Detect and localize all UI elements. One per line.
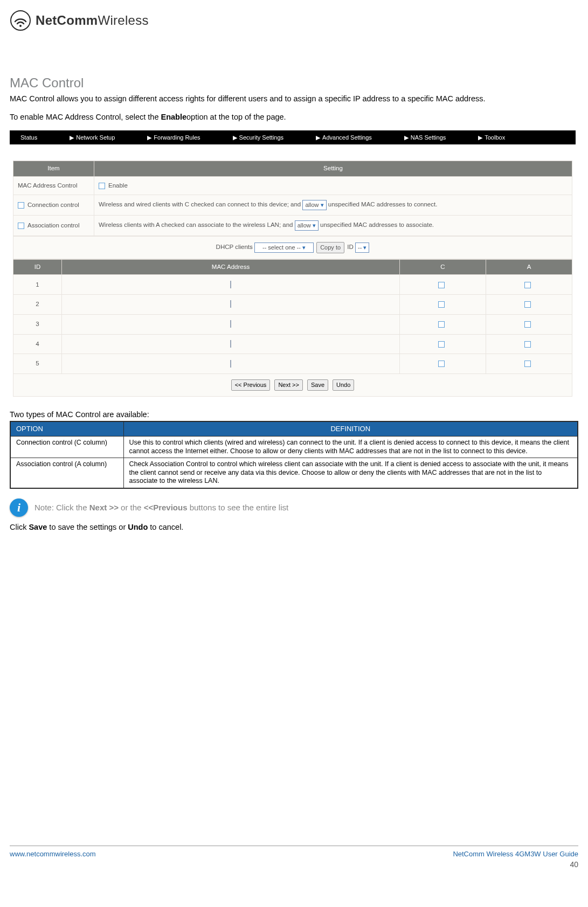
c-checkbox[interactable]	[438, 301, 445, 308]
table-row: 1	[13, 275, 572, 295]
table-row: 2	[13, 295, 572, 315]
a-checkbox[interactable]	[524, 341, 531, 348]
copy-to-button[interactable]: Copy to	[316, 242, 344, 253]
mac-input[interactable]	[230, 281, 231, 288]
table-row: Connection control (C column) Use this t…	[10, 436, 578, 458]
undo-button[interactable]: Undo	[333, 379, 354, 391]
association-allow-select[interactable]: allow ▾	[295, 220, 319, 231]
chevron-down-icon: ▾	[302, 244, 306, 251]
a-checkbox[interactable]	[524, 282, 531, 288]
router-nav: Status ▶ Network Setup ▶ Forwarding Rule…	[10, 130, 576, 145]
svg-point-1	[19, 25, 22, 27]
enable-instruction: To enable MAC Address Control, select th…	[10, 112, 578, 123]
note-text: Note: Click the Next >> or the <<Previou…	[34, 502, 288, 513]
button-row: << Previous Next >> Save Undo	[13, 374, 572, 397]
nav-security[interactable]: ▶ Security Settings	[233, 134, 284, 142]
col-setting: Setting	[94, 161, 572, 177]
nav-toolbox[interactable]: ▶ Toolbox	[478, 134, 505, 142]
nav-status[interactable]: Status	[20, 134, 37, 142]
connection-allow-select[interactable]: allow ▾	[302, 200, 326, 210]
svg-point-0	[11, 11, 30, 30]
row-association-control: Association control Wireless clients wit…	[13, 216, 572, 236]
page-footer: www.netcommwireless.com NetComm Wireless…	[10, 846, 578, 860]
chevron-down-icon: ▾	[313, 222, 316, 229]
a-checkbox[interactable]	[524, 361, 531, 367]
note-row: i Note: Click the Next >> or the <<Previ…	[10, 498, 578, 517]
page-title: MAC Control	[10, 74, 578, 92]
a-checkbox[interactable]	[524, 301, 531, 308]
settings-table: Item Setting MAC Address Control Enable …	[13, 161, 572, 236]
col-definition: DEFINITION	[123, 421, 578, 436]
col-item: Item	[13, 161, 94, 177]
dhcp-row: DHCP clients -- select one -- ▾ Copy to …	[13, 236, 572, 259]
table-row: 4	[13, 334, 572, 354]
col-c: C	[400, 259, 486, 275]
mac-input[interactable]	[230, 320, 231, 328]
nav-nas[interactable]: ▶ NAS Settings	[404, 134, 446, 142]
nav-advanced[interactable]: ▶ Advanced Settings	[316, 134, 372, 142]
association-checkbox[interactable]	[18, 223, 24, 229]
c-checkbox[interactable]	[438, 321, 445, 328]
mac-input[interactable]	[230, 360, 231, 368]
nav-network-setup[interactable]: ▶ Network Setup	[70, 134, 115, 142]
dhcp-clients-select[interactable]: -- select one -- ▾	[254, 243, 314, 253]
save-button[interactable]: Save	[307, 379, 328, 391]
next-button[interactable]: Next >>	[274, 379, 303, 391]
brand-text: NetCommWireless	[36, 12, 149, 29]
row-mac-control: MAC Address Control Enable	[13, 176, 572, 195]
chevron-down-icon: ▾	[321, 202, 324, 208]
enable-checkbox[interactable]	[99, 183, 105, 189]
footer-guide: NetComm Wireless 4GM3W User Guide	[453, 849, 578, 859]
wifi-icon	[10, 10, 31, 31]
brand-logo: NetCommWireless	[10, 10, 578, 31]
mac-input[interactable]	[230, 300, 231, 308]
mac-list-table: ID MAC Address C A 1 2 3 4 5	[13, 259, 572, 374]
intro-paragraph: MAC Control allows you to assign differe…	[10, 94, 578, 105]
def-intro: Two types of MAC Control are available:	[10, 410, 578, 420]
a-checkbox[interactable]	[524, 321, 531, 328]
table-row: 3	[13, 314, 572, 334]
chevron-down-icon: ▾	[363, 244, 366, 251]
previous-button[interactable]: << Previous	[231, 379, 271, 391]
nav-forwarding[interactable]: ▶ Forwarding Rules	[147, 134, 200, 142]
col-mac: MAC Address	[62, 259, 400, 275]
save-instruction: Click Save to save the settings or Undo …	[10, 522, 578, 533]
table-row: 5	[13, 354, 572, 374]
page-number: 40	[10, 860, 578, 870]
mac-input[interactable]	[230, 340, 231, 348]
col-id: ID	[13, 259, 62, 275]
footer-url: www.netcommwireless.com	[10, 849, 96, 859]
id-select[interactable]: -- ▾	[355, 243, 369, 253]
row-connection-control: Connection control Wireless and wired cl…	[13, 195, 572, 216]
col-option: OPTION	[10, 421, 123, 436]
definition-table: OPTION DEFINITION Connection control (C …	[10, 421, 578, 489]
c-checkbox[interactable]	[438, 282, 445, 288]
connection-checkbox[interactable]	[18, 202, 24, 209]
c-checkbox[interactable]	[438, 341, 445, 348]
table-row: Association control (A column) Check Ass…	[10, 458, 578, 488]
col-a: A	[486, 259, 572, 275]
router-screenshot: Status ▶ Network Setup ▶ Forwarding Rule…	[10, 130, 576, 401]
c-checkbox[interactable]	[438, 361, 445, 367]
info-icon: i	[10, 498, 28, 517]
